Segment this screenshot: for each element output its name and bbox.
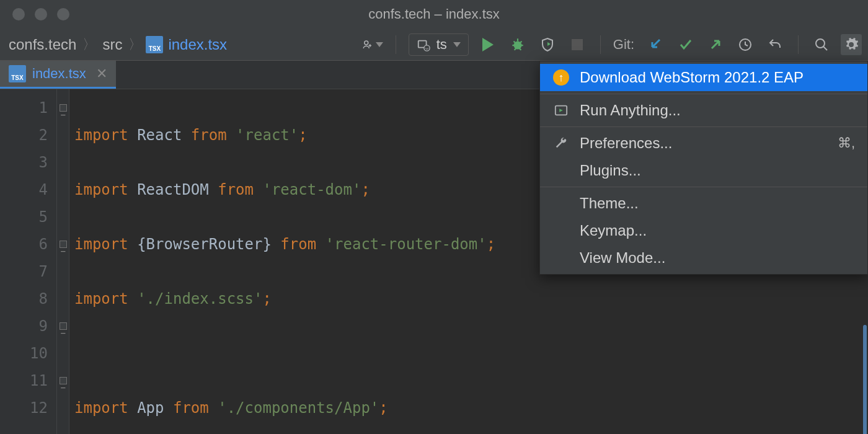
menu-shortcut: ⌘, xyxy=(838,135,855,151)
menu-item-label: Plugins... xyxy=(580,162,641,179)
code-area[interactable]: import React from 'react'; import ReactD… xyxy=(69,89,495,434)
menu-divider xyxy=(540,187,867,187)
run-anything-icon xyxy=(552,102,570,119)
menu-item-download-eap[interactable]: ↑ Download WebStorm 2021.2 EAP xyxy=(540,64,867,91)
menu-divider xyxy=(540,94,867,94)
line-number: 2 xyxy=(0,122,48,149)
line-number: 7 xyxy=(0,258,48,285)
chevron-down-icon xyxy=(453,42,461,47)
line-number: 6 xyxy=(0,231,48,258)
undo-icon[interactable] xyxy=(764,34,786,55)
fold-toggle-icon[interactable] xyxy=(60,104,67,112)
line-number: 9 xyxy=(0,312,48,340)
fold-toggle-icon[interactable] xyxy=(60,322,67,330)
scrollbar-thumb[interactable] xyxy=(863,325,867,434)
tab-label: index.tsx xyxy=(32,66,86,82)
line-number: 5 xyxy=(0,203,48,231)
menu-item-label: View Mode... xyxy=(580,249,665,267)
coverage-button[interactable] xyxy=(537,34,558,55)
close-tab-icon[interactable]: ✕ xyxy=(96,66,107,82)
settings-menu: ↑ Download WebStorm 2021.2 EAP Run Anyth… xyxy=(539,61,868,275)
breadcrumb-src[interactable]: src xyxy=(100,35,125,55)
zoom-window-dot[interactable] xyxy=(57,8,69,20)
run-config-label: ts xyxy=(436,37,447,53)
window-title: confs.tech – index.tsx xyxy=(368,6,500,22)
breadcrumb-file[interactable]: TSX index.tsx xyxy=(146,36,227,53)
menu-item-keymap[interactable]: Keymap... xyxy=(540,217,867,244)
breadcrumb: confs.tech 〉 src 〉 TSX index.tsx xyxy=(6,35,227,55)
menu-divider xyxy=(540,126,867,127)
git-label: Git: xyxy=(613,37,634,53)
tsx-file-icon: TSX xyxy=(9,65,26,82)
line-gutter: 1 2 3 4 5 6 7 8 9 10 11 12 xyxy=(0,89,57,434)
fold-toggle-icon[interactable] xyxy=(60,377,67,384)
menu-item-label: Download WebStorm 2021.2 EAP xyxy=(580,69,804,86)
svg-point-2 xyxy=(424,45,430,50)
history-icon[interactable] xyxy=(735,34,756,55)
git-pull-icon[interactable] xyxy=(645,34,666,55)
line-number: 10 xyxy=(0,340,48,367)
breadcrumb-file-label: index.tsx xyxy=(168,36,227,53)
line-number: 12 xyxy=(0,394,48,422)
menu-item-label: Keymap... xyxy=(580,222,647,239)
menu-item-preferences[interactable]: Preferences... ⌘, xyxy=(540,130,867,157)
fold-toggle-icon[interactable] xyxy=(60,241,67,248)
main-toolbar: confs.tech 〉 src 〉 TSX index.tsx ts Git: xyxy=(0,29,868,61)
line-number: 4 xyxy=(0,176,48,203)
menu-item-label: Preferences... xyxy=(580,135,672,152)
traffic-lights xyxy=(0,8,69,20)
menu-item-label: Theme... xyxy=(580,195,639,212)
run-config-selector[interactable]: ts xyxy=(409,33,469,56)
menu-item-theme[interactable]: Theme... xyxy=(540,190,867,217)
line-number: 1 xyxy=(0,94,48,122)
close-window-dot[interactable] xyxy=(12,8,25,20)
breadcrumb-root[interactable]: confs.tech xyxy=(6,35,79,55)
git-push-icon[interactable] xyxy=(705,34,726,55)
run-button[interactable] xyxy=(477,34,498,55)
line-number: 8 xyxy=(0,285,48,312)
code-with-me-icon[interactable] xyxy=(362,34,383,55)
menu-item-run-anything[interactable]: Run Anything... xyxy=(540,97,867,124)
chevron-right-icon: 〉 xyxy=(128,35,142,54)
svg-point-0 xyxy=(364,41,368,45)
menu-item-view-mode[interactable]: View Mode... xyxy=(540,244,867,272)
wrench-icon xyxy=(552,135,570,152)
chevron-right-icon: 〉 xyxy=(82,35,96,54)
line-number: 3 xyxy=(0,149,48,176)
git-commit-icon[interactable] xyxy=(675,34,696,55)
menu-item-plugins[interactable]: Plugins... xyxy=(540,157,867,184)
search-icon[interactable] xyxy=(811,34,832,55)
download-arrow-icon: ↑ xyxy=(553,69,569,86)
window-titlebar: confs.tech – index.tsx xyxy=(0,0,868,29)
settings-gear-icon[interactable] xyxy=(841,34,862,55)
fold-column xyxy=(57,89,69,434)
stop-button[interactable] xyxy=(567,34,588,55)
debug-button[interactable] xyxy=(507,34,528,55)
tsx-file-icon: TSX xyxy=(146,36,163,53)
menu-item-label: Run Anything... xyxy=(580,102,681,119)
line-number: 11 xyxy=(0,367,48,394)
tab-index-tsx[interactable]: TSX index.tsx ✕ xyxy=(0,61,116,89)
minimize-window-dot[interactable] xyxy=(35,8,47,20)
svg-point-5 xyxy=(816,39,825,48)
